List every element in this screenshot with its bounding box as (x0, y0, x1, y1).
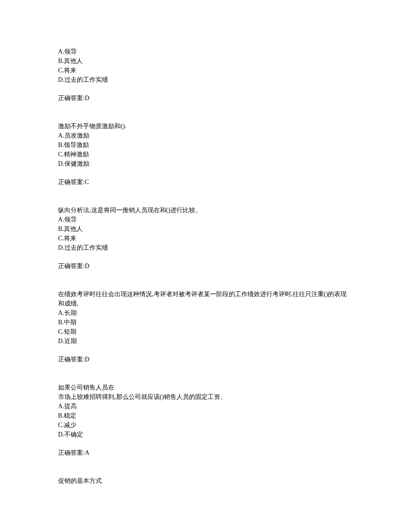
correct-answer: 正确答案:D (58, 261, 353, 271)
question-block: 激励不外乎物质激励和(). A.员攻激励 B.领导激励 C.精神激励 D.保健激… (58, 121, 353, 187)
option-d: D.过去的工作实绩 (58, 243, 353, 252)
correct-answer: 正确答案:A (58, 448, 353, 457)
option-a: A.领导 (58, 215, 353, 224)
option-c: C.将来 (58, 66, 353, 75)
question-block: 如果公司销售人员在 市场上较难招聘得到,那么公司就应该()销售人员的固定工资。 … (58, 383, 353, 457)
question-block: A.领导 B.其他人 C.将来 D.过去的工作实绩 正确答案:D (58, 47, 353, 103)
question-stem: 激励不外乎物质激励和(). (58, 121, 353, 131)
correct-answer: 正确答案:C (58, 177, 353, 187)
option-d: D.保健激励 (58, 159, 353, 168)
option-b: B.稳定 (58, 411, 353, 420)
question-block: 在绩效考评时往往会出现这种情况,考评者对被考评者某一阶段的工作绩效进行考评时,往… (58, 289, 353, 364)
option-a: A.领导 (58, 47, 353, 56)
question-stem: 促销的基本方式 (58, 476, 353, 486)
document-page: A.领导 B.其他人 C.将来 D.过去的工作实绩 正确答案:D 激励不外乎物质… (0, 0, 411, 486)
option-c: C.精神激励 (58, 150, 353, 159)
question-block: 纵向分析法,这是将同一推销人员现在和()进行比较。 A.领导 B.其他人 C.将… (58, 205, 353, 271)
option-b: B.中期 (58, 318, 353, 327)
question-stem: 纵向分析法,这是将同一推销人员现在和()进行比较。 (58, 205, 353, 215)
option-c: C.将来 (58, 234, 353, 243)
option-c: C.减少 (58, 420, 353, 430)
option-b: B.其他人 (58, 224, 353, 234)
option-d: D.过去的工作实绩 (58, 75, 353, 84)
option-b: B.其他人 (58, 56, 353, 66)
option-a: A.员攻激励 (58, 131, 353, 140)
option-c: C.短期 (58, 327, 353, 336)
option-b: B.领导激励 (58, 140, 353, 150)
question-block: 促销的基本方式 (58, 476, 353, 486)
option-d: D.不确定 (58, 430, 353, 439)
correct-answer: 正确答案:D (58, 93, 353, 103)
correct-answer: 正确答案:D (58, 355, 353, 364)
question-stem: 如果公司销售人员在 市场上较难招聘得到,那么公司就应该()销售人员的固定工资。 (58, 383, 353, 402)
question-stem: 在绩效考评时往往会出现这种情况,考评者对被考评者某一阶段的工作绩效进行考评时,往… (58, 289, 353, 308)
option-a: A.提高 (58, 402, 353, 411)
option-a: A.长期 (58, 308, 353, 318)
option-d: D.近期 (58, 336, 353, 346)
